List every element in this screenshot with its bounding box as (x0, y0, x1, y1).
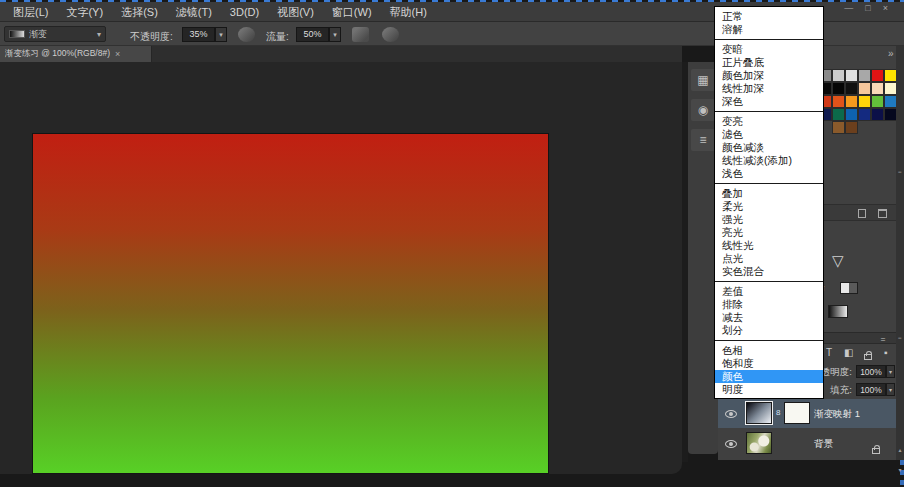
swatch[interactable] (832, 82, 845, 95)
mask-link-icon[interactable]: 8 (776, 408, 780, 417)
layers-opacity-caret-icon[interactable]: ▾ (886, 365, 895, 378)
delete-swatch-icon[interactable] (878, 209, 887, 218)
swatch[interactable] (858, 69, 871, 82)
filter-type-icon[interactable]: T (826, 347, 832, 358)
restore-icon[interactable]: □ (865, 2, 870, 14)
menu-item[interactable]: 文字(Y) (57, 2, 112, 22)
blend-mode-item[interactable]: 变亮 (715, 115, 823, 128)
blend-mode-item[interactable]: 正片叠底 (715, 56, 823, 69)
tablet-pressure-size-icon[interactable] (382, 27, 399, 42)
blend-mode-item[interactable]: 变暗 (715, 43, 823, 56)
blend-mode-item[interactable]: 减去 (715, 311, 823, 324)
swatch[interactable] (871, 82, 884, 95)
tool-preset-dropdown[interactable]: 渐变 ▾ (4, 26, 106, 42)
swatch[interactable] (845, 69, 858, 82)
selective-color-adjustment-icon[interactable] (840, 282, 858, 294)
blend-mode-item[interactable]: 颜色加深 (715, 69, 823, 82)
swatch[interactable] (845, 95, 858, 108)
scroll-grip[interactable]: ＝ (896, 334, 904, 343)
background-thumbnail[interactable] (746, 432, 772, 454)
swatch[interactable] (832, 95, 845, 108)
blend-mode-item[interactable]: 线性光 (715, 239, 823, 252)
blend-mode-item[interactable]: 明度 (715, 383, 823, 396)
menu-item[interactable]: 3D(D) (221, 2, 268, 22)
menu-item[interactable]: 视图(V) (268, 2, 323, 22)
close-icon[interactable]: × (883, 2, 888, 14)
blend-mode-item[interactable]: 点光 (715, 252, 823, 265)
swatch[interactable] (858, 82, 871, 95)
filter-attr-icon[interactable]: ▪ (884, 347, 888, 358)
blend-mode-item[interactable]: 正常 (715, 10, 823, 23)
flow-caret-icon[interactable]: ▾ (329, 27, 341, 42)
layer-name[interactable]: 背景 (814, 438, 833, 451)
layer-row-gradient-map[interactable]: 8 渐变映射 1 (718, 399, 896, 428)
blend-mode-item[interactable]: 浅色 (715, 167, 823, 180)
histogram-panel-icon[interactable]: ▦ (691, 69, 715, 91)
layers-fill-value[interactable]: 100% (856, 383, 886, 396)
layers-opacity-value[interactable]: 100% (856, 365, 886, 378)
menu-item[interactable]: 选择(S) (112, 2, 167, 22)
swatch[interactable] (845, 108, 858, 121)
swatch[interactable] (871, 69, 884, 82)
curves-adjustment-icon[interactable]: ▽ (832, 252, 844, 270)
opacity-input[interactable]: 35% (182, 27, 215, 42)
blend-mode-item[interactable]: 深色 (715, 95, 823, 108)
canvas-gradient-image[interactable] (33, 134, 548, 473)
document-tab[interactable]: 渐变练习 @ 100%(RGB/8#) × (0, 46, 152, 62)
blend-mode-item[interactable]: 亮光 (715, 226, 823, 239)
layers-fill-caret-icon[interactable]: ▾ (886, 383, 895, 396)
scroll-down-icon[interactable]: ▾ (896, 466, 904, 473)
scroll-grip[interactable]: ＝ (896, 168, 904, 177)
airbrush-icon[interactable] (352, 27, 369, 42)
visibility-eye-icon[interactable] (725, 410, 737, 418)
menu-item[interactable]: 滤镜(T) (167, 2, 221, 22)
menu-item[interactable]: 窗口(W) (323, 2, 381, 22)
swatch[interactable] (832, 121, 845, 134)
swatch[interactable] (832, 69, 845, 82)
blend-mode-item[interactable]: 划分 (715, 324, 823, 337)
new-swatch-icon[interactable] (858, 209, 866, 218)
filter-lock-icon[interactable] (864, 351, 872, 362)
collapse-panels-icon[interactable]: » (888, 48, 894, 59)
visibility-eye-icon[interactable] (725, 440, 737, 448)
blend-mode-item[interactable]: 差值 (715, 285, 823, 298)
menu-item[interactable]: 图层(L) (4, 2, 57, 22)
minimize-icon[interactable]: — (844, 2, 853, 14)
swatch[interactable] (858, 108, 871, 121)
layer-name[interactable]: 渐变映射 1 (814, 408, 860, 421)
blend-mode-item[interactable]: 滤色 (715, 128, 823, 141)
filter-adjustment-icon[interactable]: ◧ (844, 347, 853, 358)
blend-mode-item[interactable]: 柔光 (715, 200, 823, 213)
blend-mode-item[interactable]: 线性减淡(添加) (715, 154, 823, 167)
blend-mode-item[interactable]: 叠加 (715, 187, 823, 200)
layer-mask-thumbnail[interactable] (784, 402, 810, 424)
panel-scrollbar[interactable]: ＝ ＝ ▴ ▾ (896, 46, 904, 460)
blend-mode-item[interactable]: 饱和度 (715, 357, 823, 370)
swatch[interactable] (858, 95, 871, 108)
swatch[interactable] (845, 82, 858, 95)
swatch[interactable] (832, 108, 845, 121)
menu-bar-items: 图层(L)文字(Y)选择(S)滤镜(T)3D(D)视图(V)窗口(W)帮助(H) (4, 2, 436, 22)
swatch[interactable] (871, 108, 884, 121)
flow-input[interactable]: 50% (296, 27, 329, 42)
swatch[interactable] (871, 95, 884, 108)
opacity-caret-icon[interactable]: ▾ (215, 27, 227, 42)
properties-panel-icon[interactable]: ≡ (691, 129, 715, 151)
gradient-map-thumbnail[interactable] (746, 402, 772, 424)
blend-mode-item[interactable]: 线性加深 (715, 82, 823, 95)
swatch[interactable] (845, 121, 858, 134)
layer-row-background[interactable]: 背景 (718, 429, 896, 458)
blend-mode-item[interactable]: 排除 (715, 298, 823, 311)
blend-mode-item[interactable]: 颜色 (715, 370, 823, 383)
gradient-map-adjustment-icon[interactable] (828, 305, 848, 318)
tablet-pressure-opacity-icon[interactable] (238, 27, 255, 42)
blend-mode-item[interactable]: 实色混合 (715, 265, 823, 278)
blend-mode-item[interactable]: 颜色减淡 (715, 141, 823, 154)
adjustments-panel-icon[interactable]: ◉ (691, 99, 715, 121)
blend-mode-item[interactable]: 色相 (715, 344, 823, 357)
blend-mode-item[interactable]: 强光 (715, 213, 823, 226)
scroll-up-icon[interactable]: ▴ (896, 446, 904, 453)
menu-item[interactable]: 帮助(H) (381, 2, 436, 22)
blend-mode-item[interactable]: 溶解 (715, 23, 823, 36)
close-tab-icon[interactable]: × (115, 49, 120, 59)
